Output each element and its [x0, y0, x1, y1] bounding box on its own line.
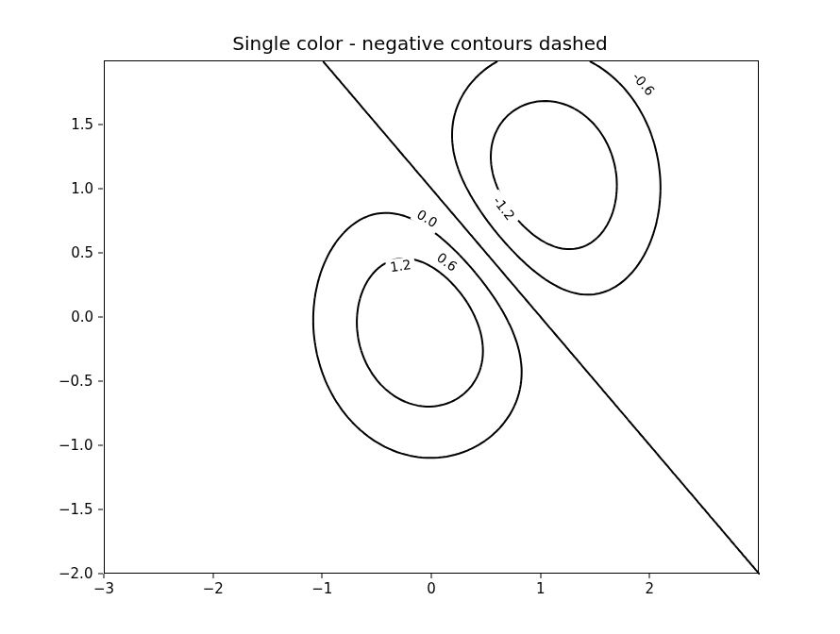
contour-inline-label: 1.2 — [389, 257, 412, 275]
ytick-label: −2.0 — [59, 565, 92, 582]
contour-plot-svg: -1.2-0.60.00.61.2 — [105, 61, 760, 575]
ytick-label: 1.5 — [68, 116, 93, 133]
xtick-mark — [649, 574, 650, 578]
xtick-mark — [540, 574, 541, 578]
ytick-mark — [98, 574, 103, 575]
ytick-mark — [98, 125, 103, 125]
xtick-label: −1 — [311, 580, 332, 597]
ytick-label: 1.0 — [68, 180, 93, 197]
ytick-label: −0.5 — [59, 373, 92, 390]
ytick-mark — [98, 253, 103, 254]
contour-level — [313, 213, 522, 459]
contour-level — [323, 61, 760, 575]
ytick-label: −1.0 — [59, 437, 92, 454]
xtick-label: 1 — [536, 580, 546, 597]
chart-container: Single color - negative contours dashed … — [0, 0, 840, 634]
xtick-mark — [212, 574, 213, 578]
xtick-mark — [104, 574, 105, 578]
ytick-mark — [98, 445, 103, 446]
contour-level — [357, 259, 483, 407]
ytick-mark — [98, 189, 103, 190]
xtick-label: 0 — [427, 580, 436, 597]
xtick-label: −2 — [203, 580, 224, 597]
ytick-label: 0.5 — [68, 244, 93, 261]
contour-level — [452, 61, 661, 294]
chart-title: Single color - negative contours dashed — [0, 32, 840, 55]
xtick-label: 2 — [646, 580, 655, 597]
ytick-label: 0.0 — [68, 309, 93, 325]
plot-area: -1.2-0.60.00.61.2 — [104, 60, 759, 574]
ytick-label: −1.5 — [59, 501, 92, 518]
xtick-label: −3 — [93, 580, 114, 597]
ytick-mark — [98, 509, 103, 510]
ytick-mark — [98, 317, 103, 318]
ytick-mark — [98, 381, 103, 382]
xtick-mark — [322, 574, 323, 578]
xtick-mark — [431, 574, 432, 578]
